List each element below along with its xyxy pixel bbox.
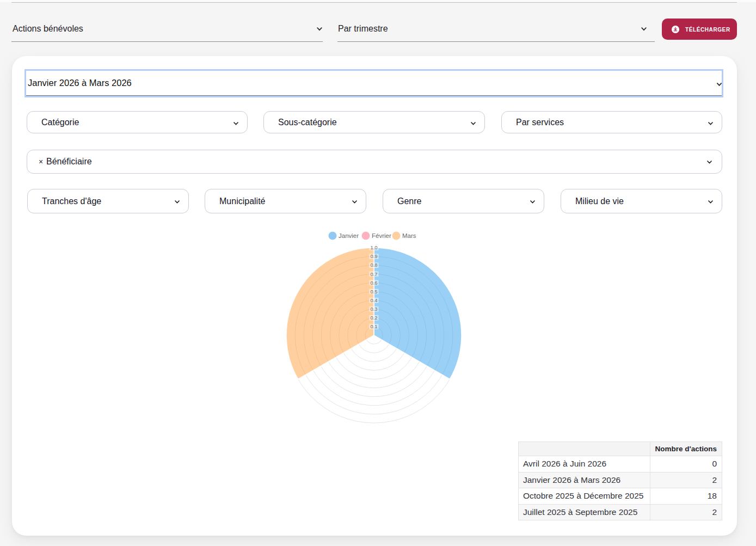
svg-text:0.4: 0.4 [370,297,377,303]
svg-text:0.9: 0.9 [370,253,377,259]
svg-text:0.2: 0.2 [370,315,377,321]
svg-text:0.5: 0.5 [370,289,377,295]
svg-text:0.8: 0.8 [370,262,377,268]
svg-text:0.6: 0.6 [370,280,377,286]
svg-text:0.1: 0.1 [370,323,377,329]
svg-text:Janvier: Janvier [339,232,359,239]
svg-text:Février: Février [372,232,391,239]
svg-text:0.7: 0.7 [370,271,377,277]
svg-text:0.3: 0.3 [370,306,377,312]
svg-text:Mars: Mars [402,232,416,239]
svg-text:1.0: 1.0 [370,244,377,250]
